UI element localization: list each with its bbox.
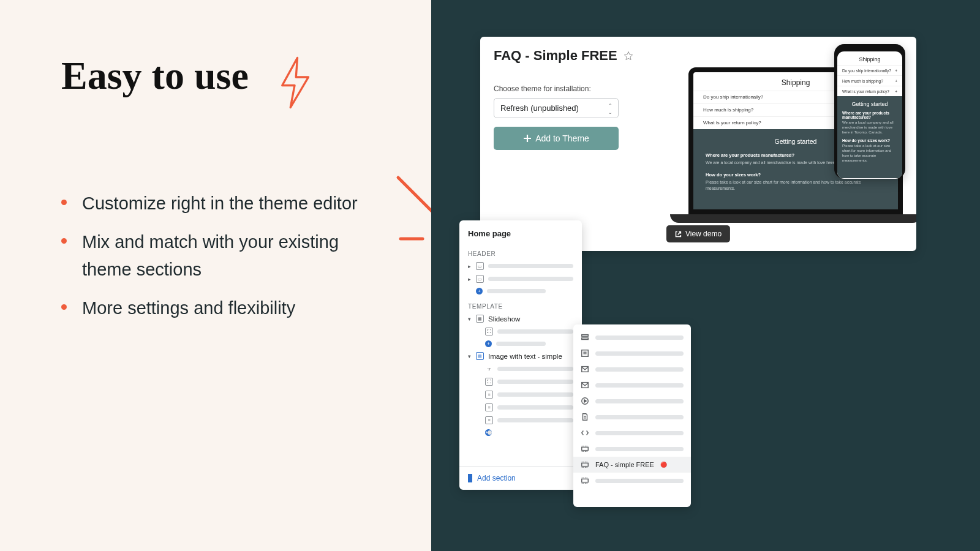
phone-screen: Shipping Do you ship internationally?+ H…	[837, 51, 902, 179]
svg-rect-2	[582, 350, 589, 357]
editor-block-row[interactable]: ≡	[459, 388, 582, 401]
block-icon: ⛶	[485, 378, 493, 386]
getting-started-heading: Getting started	[842, 101, 897, 107]
picker-option[interactable]	[573, 393, 691, 409]
add-section-label: Add section	[477, 474, 516, 482]
section-icon	[581, 444, 589, 453]
editor-add-row[interactable]: +	[459, 427, 582, 438]
faq-accordion-item[interactable]: How much is shipping?+	[837, 75, 902, 86]
page-heading: Easy to use	[61, 55, 249, 96]
editor-section-row[interactable]: ▸▭	[459, 272, 582, 285]
right-panel: FAQ - Simple FREE Choose theme for insta…	[431, 0, 980, 551]
editor-block-row[interactable]: T	[459, 362, 582, 375]
picker-option[interactable]	[573, 361, 691, 377]
bullet-list: Customize right in the theme editor Mix …	[61, 190, 388, 322]
phone-notch	[857, 47, 883, 50]
star-icon[interactable]	[624, 51, 633, 61]
theme-editor-panel: Home page HEADER ▸▭ ▸▭ + TEMPLATE ▾▦Slid…	[459, 220, 582, 490]
external-link-icon	[675, 231, 682, 238]
faq-answer: Please take a look at our size chart for…	[706, 179, 886, 192]
add-to-theme-button[interactable]: Add to Theme	[494, 127, 619, 150]
mail-icon	[581, 365, 589, 373]
phone-mockup: Shipping Do you ship internationally?+ H…	[834, 44, 905, 179]
section-icon	[581, 460, 589, 469]
bullet-item: More settings and flexibility	[61, 294, 380, 322]
svg-rect-0	[582, 335, 589, 337]
section-icon: ▭	[476, 275, 484, 283]
bullet-item: Mix and match with your existing theme s…	[61, 228, 380, 283]
picker-option[interactable]	[573, 377, 691, 393]
app-badge-icon: 🔴	[660, 462, 667, 468]
paragraph-icon: ≡	[485, 416, 493, 424]
mail-icon	[581, 381, 589, 389]
demo-image-area	[725, 322, 870, 471]
lightning-icon	[273, 55, 316, 110]
add-section-button[interactable]: + Add section	[459, 466, 582, 490]
laptop-base	[670, 214, 916, 223]
caret-down-icon: ▾	[468, 316, 472, 322]
faq-accordion-item[interactable]: Do you ship internationally?+	[837, 65, 902, 75]
caret-right-icon: ▸	[468, 263, 472, 269]
block-icon: ⛶	[485, 328, 493, 335]
editor-add-row[interactable]: +	[459, 285, 582, 297]
left-panel: Easy to use Customize right in the theme…	[0, 0, 431, 551]
add-icon: +	[485, 429, 492, 436]
editor-section-row[interactable]: ▸▭	[459, 260, 582, 272]
faq-shipping-heading: Shipping	[837, 51, 902, 65]
picker-option[interactable]	[573, 441, 691, 457]
picker-option[interactable]	[573, 425, 691, 441]
section-icon: ▭	[476, 262, 484, 270]
editor-block-row[interactable]: ≡	[459, 401, 582, 414]
template-label: TEMPLATE	[459, 297, 582, 312]
section-icon	[581, 476, 589, 485]
faq-question: Where are your products manufactured?	[842, 111, 897, 119]
caret-right-icon: ▸	[468, 276, 472, 282]
picker-option[interactable]	[573, 345, 691, 361]
code-icon	[581, 429, 589, 437]
editor-add-row[interactable]: +	[459, 338, 582, 350]
add-icon: +	[485, 340, 492, 347]
browser-chrome	[608, 288, 916, 294]
picker-option[interactable]	[573, 409, 691, 425]
image-icon: ▦	[476, 315, 484, 323]
faq-accordion-item[interactable]: What is your return policy?+	[837, 86, 902, 96]
heading-wrap: Easy to use	[61, 55, 388, 110]
view-demo-button[interactable]: View demo	[666, 225, 730, 242]
document-icon	[581, 413, 589, 421]
theme-select-value: Refresh (unpublished)	[500, 103, 579, 113]
slideshow-row[interactable]: ▾▦Slideshow	[459, 312, 582, 325]
editor-block-row[interactable]: ⛶	[459, 375, 582, 388]
faq-answer: Please take a look at our size chart for…	[842, 144, 897, 163]
install-card: FAQ - Simple FREE Choose theme for insta…	[480, 37, 916, 251]
text-icon: T	[485, 365, 493, 373]
paragraph-icon: ≡	[485, 403, 493, 411]
faq-answer: We are a local company and all merchandi…	[842, 121, 897, 135]
svg-rect-6	[582, 447, 589, 450]
view-demo-label: View demo	[685, 230, 722, 238]
layout-icon	[581, 333, 589, 342]
getting-started-block: Getting started Where are your products …	[837, 96, 902, 178]
play-icon	[581, 397, 589, 405]
paragraph-icon: ≡	[485, 391, 493, 399]
theme-select[interactable]: Refresh (unpublished)	[494, 98, 619, 118]
image-with-text-row[interactable]: ▾▤Image with text - simple	[459, 350, 582, 362]
bullet-item: Customize right in the theme editor	[61, 190, 380, 217]
caret-down-icon: ▾	[468, 353, 472, 359]
shoe-image	[731, 328, 864, 465]
picker-option[interactable]	[573, 329, 691, 345]
svg-rect-8	[582, 479, 589, 482]
faq-question: How do your sizes work?	[842, 138, 897, 143]
editor-page-title: Home page	[459, 220, 582, 244]
add-button-label: Add to Theme	[535, 133, 589, 143]
plus-icon	[523, 134, 532, 143]
image-text-icon: ▤	[476, 352, 484, 360]
picker-option[interactable]	[573, 473, 691, 489]
editor-block-row[interactable]: ⛶	[459, 325, 582, 338]
install-title: FAQ - Simple FREE	[494, 48, 617, 64]
editor-block-row[interactable]: ≡	[459, 414, 582, 427]
svg-rect-7	[582, 463, 589, 466]
picker-option-faq[interactable]: FAQ - simple FREE🔴	[573, 457, 691, 473]
block-picker-popout: FAQ - simple FREE🔴	[573, 324, 691, 507]
add-icon: +	[476, 288, 483, 294]
text-block-icon	[581, 349, 589, 358]
